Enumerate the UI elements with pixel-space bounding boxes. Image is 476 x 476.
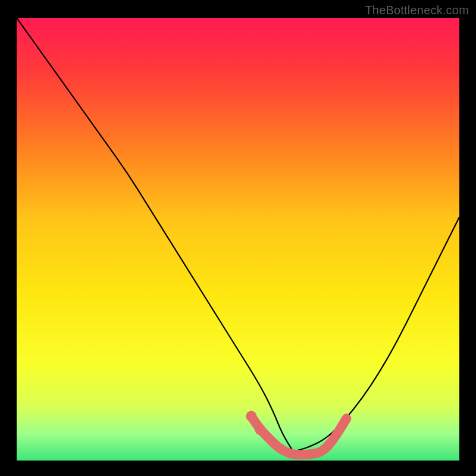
chart-frame: TheBottleneck.com [0,0,476,476]
chart-plot [17,18,459,461]
watermark-text: TheBottleneck.com [365,4,469,17]
chart-svg [17,18,459,461]
gradient-background [17,18,459,461]
highlight-dot [255,424,265,435]
highlight-dot [246,411,256,422]
